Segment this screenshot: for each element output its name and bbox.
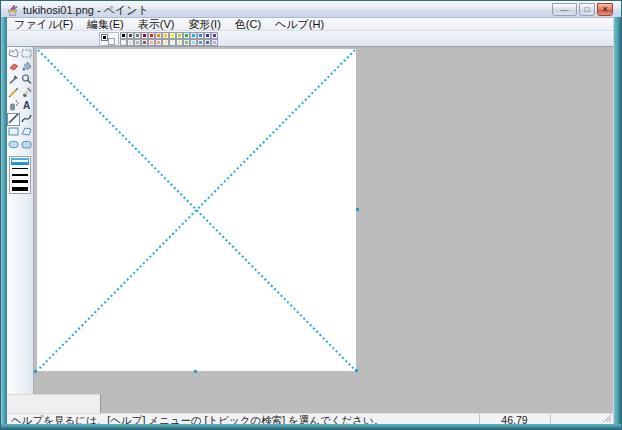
maximize-icon: □ bbox=[585, 5, 590, 14]
title-bar[interactable]: tukihosi01.png - ペイント —□✕ bbox=[1, 1, 621, 18]
window-controls: —□✕ bbox=[552, 3, 613, 16]
palette-color-swatch[interactable] bbox=[204, 32, 211, 39]
foreground-color-swatch bbox=[101, 34, 108, 41]
canvas-resize-handle-bottom-left[interactable] bbox=[34, 370, 37, 373]
palette-color-swatch[interactable] bbox=[176, 32, 183, 39]
color-palette bbox=[120, 32, 218, 46]
palette-color-swatch[interactable] bbox=[190, 32, 197, 39]
line-width-option-1[interactable] bbox=[11, 158, 29, 165]
tool-grid: A bbox=[7, 48, 33, 152]
palette-color-swatch[interactable] bbox=[204, 39, 211, 46]
background-color-swatch bbox=[108, 38, 115, 45]
line-width-option-5[interactable] bbox=[11, 185, 29, 192]
palette-color-swatch[interactable] bbox=[155, 32, 162, 39]
palette-color-swatch[interactable] bbox=[120, 32, 127, 39]
palette-color-swatch[interactable] bbox=[162, 32, 169, 39]
tool-ellipse-button[interactable] bbox=[7, 139, 20, 152]
palette-color-swatch[interactable] bbox=[148, 32, 155, 39]
palette-color-swatch[interactable] bbox=[211, 32, 218, 39]
close-icon: ✕ bbox=[602, 5, 609, 14]
palette-color-swatch[interactable] bbox=[197, 39, 204, 46]
minimize-icon: — bbox=[561, 5, 569, 14]
minimize-button[interactable]: — bbox=[552, 3, 577, 16]
line-width-option-3[interactable] bbox=[11, 172, 29, 179]
menu-item-ファイル[interactable]: ファイル(F) bbox=[7, 18, 80, 30]
close-button[interactable]: ✕ bbox=[597, 3, 613, 16]
tool-rounded-rectangle-button[interactable] bbox=[20, 139, 33, 152]
palette-color-swatch[interactable] bbox=[127, 32, 134, 39]
palette-color-swatch[interactable] bbox=[211, 39, 218, 46]
line-width-selector bbox=[9, 156, 31, 194]
drawing-canvas[interactable] bbox=[37, 49, 356, 371]
svg-text:A: A bbox=[23, 100, 30, 111]
canvas-resize-handle-right-mid[interactable] bbox=[356, 208, 359, 211]
palette-color-swatch[interactable] bbox=[183, 39, 190, 46]
menu-item-変形[interactable]: 変形(I) bbox=[181, 18, 227, 30]
menu-bar: ファイル(F)編集(E)表示(V)変形(I)色(C)ヘルプ(H) bbox=[7, 18, 613, 31]
window-frame-left bbox=[1, 17, 7, 430]
menu-item-編集[interactable]: 編集(E) bbox=[80, 18, 131, 30]
menu-item-ヘルプ[interactable]: ヘルプ(H) bbox=[268, 18, 331, 30]
palette-color-swatch[interactable] bbox=[148, 39, 155, 46]
palette-color-swatch[interactable] bbox=[134, 39, 141, 46]
status-bar: ヘルプを見るには、[ヘルプ] メニューの [トピックの検索] を選んでください。… bbox=[7, 413, 613, 425]
canvas-resize-handle-bottom-right[interactable] bbox=[355, 369, 358, 372]
window-frame-right bbox=[613, 17, 621, 430]
line-width-option-2[interactable] bbox=[11, 165, 29, 172]
canvas-resize-handle-bottom-mid[interactable] bbox=[194, 370, 197, 373]
current-colors-indicator[interactable] bbox=[99, 32, 119, 46]
line-width-sample bbox=[12, 187, 28, 191]
palette-color-swatch[interactable] bbox=[127, 39, 134, 46]
palette-color-swatch[interactable] bbox=[141, 32, 148, 39]
paint-window: tukihosi01.png - ペイント —□✕ ファイル(F)編集(E)表示… bbox=[0, 0, 622, 430]
palette-color-swatch[interactable] bbox=[120, 39, 127, 46]
window-title: tukihosi01.png - ペイント bbox=[23, 3, 149, 18]
palette-color-swatch[interactable] bbox=[169, 39, 176, 46]
palette-color-swatch[interactable] bbox=[183, 32, 190, 39]
palette-color-swatch[interactable] bbox=[141, 39, 148, 46]
line-width-sample bbox=[12, 168, 28, 169]
resize-grip-icon[interactable] bbox=[603, 413, 612, 425]
paint-app-icon bbox=[6, 3, 19, 16]
palette-color-swatch[interactable] bbox=[134, 32, 141, 39]
bottom-panel bbox=[7, 394, 101, 413]
menu-item-表示[interactable]: 表示(V) bbox=[131, 18, 182, 30]
palette-color-swatch[interactable] bbox=[169, 32, 176, 39]
tool-box: A bbox=[7, 47, 34, 394]
line-width-sample bbox=[12, 160, 28, 162]
palette-color-swatch[interactable] bbox=[176, 39, 183, 46]
line-width-sample bbox=[12, 174, 28, 176]
maximize-button[interactable]: □ bbox=[579, 3, 595, 16]
rounded-rectangle-icon bbox=[20, 137, 33, 155]
palette-color-swatch[interactable] bbox=[190, 39, 197, 46]
palette-color-swatch[interactable] bbox=[162, 39, 169, 46]
palette-color-swatch[interactable] bbox=[155, 39, 162, 46]
window-frame-bottom bbox=[1, 424, 621, 429]
menu-item-色[interactable]: 色(C) bbox=[228, 18, 268, 30]
line-width-option-4[interactable] bbox=[11, 178, 29, 185]
ellipse-icon bbox=[7, 137, 20, 155]
line-width-sample bbox=[12, 180, 28, 183]
palette-color-swatch[interactable] bbox=[197, 32, 204, 39]
color-toolbar bbox=[7, 31, 613, 47]
